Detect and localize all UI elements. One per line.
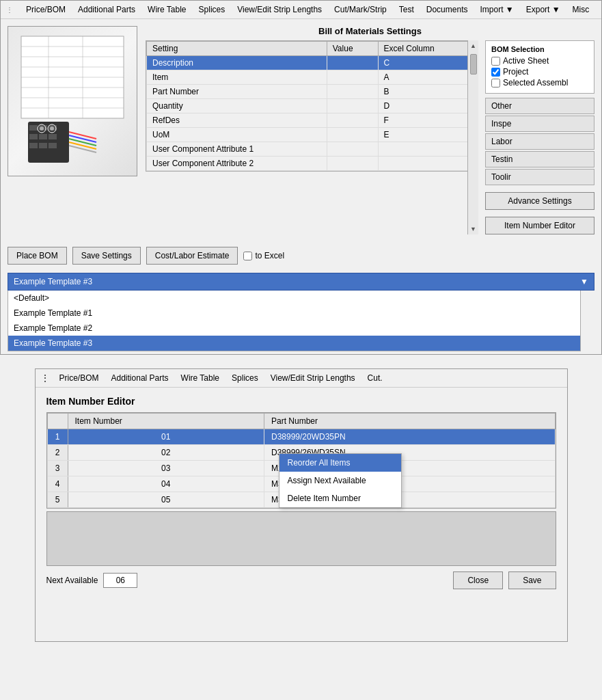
bom-title: Bill of Materials Settings	[146, 26, 594, 36]
row-index-cell: 1	[47, 429, 68, 445]
side-tab-0[interactable]: Other	[485, 98, 594, 114]
next-available-row: Next Available Close Save	[46, 566, 556, 589]
menu-test[interactable]: Test	[397, 3, 416, 16]
scroll-up-arrow[interactable]: ▲	[468, 40, 478, 51]
bom-table-wrapper: Setting Value Excel Column Description C…	[146, 40, 478, 172]
menu-view-edit[interactable]: View/Edit Strip Lengths	[235, 3, 324, 16]
bom-checkbox-label: Project	[503, 67, 528, 77]
svg-rect-19	[49, 143, 57, 148]
menu-import[interactable]: Import ▼	[478, 3, 515, 16]
next-available-input[interactable]	[103, 573, 137, 588]
scroll-down-arrow[interactable]: ▼	[468, 224, 478, 234]
svg-line-20	[69, 132, 96, 139]
bottom-action-buttons: Close Save	[453, 571, 556, 589]
context-menu: Reorder All ItemsAssign Next AvailableDe…	[279, 453, 402, 508]
bom-checkbox-label: Selected Assembl	[503, 78, 568, 88]
bom-table-row[interactable]: UoM E	[147, 128, 478, 142]
bom-table-row[interactable]: Quantity D	[147, 99, 478, 113]
bottom-menu-price-bom[interactable]: Price/BOM	[57, 372, 101, 384]
col-setting: Setting	[147, 42, 327, 56]
template-item-0[interactable]: <Default>	[8, 291, 580, 306]
close-button[interactable]: Close	[453, 571, 503, 589]
item-num-cell: 02	[68, 445, 264, 461]
bottom-menu-cut[interactable]: Cut.	[366, 372, 385, 384]
bom-checkbox-row: Project	[491, 67, 588, 77]
col-excel: Excel Column	[378, 42, 477, 56]
menu-misc[interactable]: Misc	[571, 3, 592, 16]
main-content: Bill of Materials Settings Setting Value…	[1, 19, 601, 241]
row-index-cell: 5	[47, 492, 68, 508]
template-item-1[interactable]: Example Template #1	[8, 306, 580, 321]
bom-sidebar: BOM Selection Active SheetProjectSelecte…	[485, 40, 594, 234]
menu-wire-table[interactable]: Wire Table	[146, 3, 188, 16]
menu-cut-mark[interactable]: Cut/Mark/Strip	[332, 3, 389, 16]
context-menu-item-0[interactable]: Reorder All Items	[279, 454, 401, 472]
svg-rect-14	[29, 134, 38, 139]
bottom-window: ⋮ Price/BOM Additional Parts Wire Table …	[35, 368, 568, 642]
menu-documents[interactable]: Documents	[424, 3, 470, 16]
col-row-num	[47, 414, 68, 429]
to-excel-checkbox[interactable]	[243, 252, 252, 260]
svg-line-23	[69, 142, 96, 149]
context-menu-item-2[interactable]: Delete Item Number	[279, 489, 401, 507]
bom-excel-cell: E	[378, 128, 477, 142]
svg-line-24	[69, 146, 96, 152]
bom-checkbox-2[interactable]	[491, 79, 500, 88]
bottom-menu-view-edit[interactable]: View/Edit Strip Lengths	[269, 372, 357, 384]
context-menu-item-1[interactable]: Assign Next Available	[279, 472, 401, 489]
bom-checkbox-1[interactable]	[491, 68, 500, 77]
bom-setting-cell: Description	[147, 56, 327, 70]
svg-rect-18	[39, 143, 47, 148]
bom-checkbox-0[interactable]	[491, 57, 500, 66]
bom-table-row[interactable]: RefDes F	[147, 113, 478, 128]
bom-table-row[interactable]: Part Number B	[147, 85, 478, 99]
menu-price-bom[interactable]: Price/BOM	[24, 3, 68, 16]
svg-rect-15	[39, 134, 47, 139]
bottom-menu-splices[interactable]: Splices	[230, 372, 260, 384]
bom-table-row[interactable]: Description C	[147, 56, 478, 70]
menu-export[interactable]: Export ▼	[524, 3, 562, 16]
item-num-cell: 03	[68, 461, 264, 476]
part-num-cell: D38999/20WD35PN	[264, 429, 555, 445]
bom-setting-cell: Item	[147, 70, 327, 85]
template-dropdown[interactable]: Example Template #3 ▼	[8, 273, 594, 291]
advance-settings-button[interactable]: Advance Settings	[485, 192, 594, 210]
save-settings-button[interactable]: Save Settings	[72, 247, 141, 265]
bom-table-row[interactable]: User Component Attribute 2	[147, 157, 478, 171]
selected-template-label: Example Template #3	[14, 277, 92, 286]
cost-labor-button[interactable]: Cost/Labor Estimate	[146, 247, 238, 265]
bottom-menu-wire-table[interactable]: Wire Table	[179, 372, 221, 384]
item-table-row[interactable]: 1 01 D38999/20WD35PN	[47, 429, 555, 445]
item-number-editor-button[interactable]: Item Number Editor	[485, 217, 594, 234]
bom-setting-cell: Quantity	[147, 99, 327, 113]
place-bom-button[interactable]: Place BOM	[8, 247, 67, 265]
template-item-2[interactable]: Example Template #2	[8, 321, 580, 336]
bottom-main: Item Number Editor Item Number Part Numb…	[36, 388, 567, 597]
scroll-thumb[interactable]	[470, 54, 477, 75]
bom-table-row[interactable]: User Component Attribute 1	[147, 142, 478, 157]
menu-splices[interactable]: Splices	[197, 3, 228, 16]
item-num-cell: 04	[68, 476, 264, 492]
bom-table-row[interactable]: Item A	[147, 70, 478, 85]
menu-dots: ⋮	[6, 6, 13, 14]
save-button[interactable]: Save	[508, 571, 556, 589]
excel-check-row: to Excel	[243, 251, 284, 260]
bom-value-cell	[327, 85, 378, 99]
bottom-menu-additional-parts[interactable]: Additional Parts	[109, 372, 171, 384]
bom-excel-cell: D	[378, 99, 477, 113]
col-part-num: Part Number	[264, 414, 555, 429]
side-tab-2[interactable]: Labor	[485, 133, 594, 150]
side-tab-3[interactable]: Testin	[485, 151, 594, 167]
bom-value-cell	[327, 142, 378, 157]
side-tab-1[interactable]: Inspe	[485, 116, 594, 132]
bom-checkbox-label: Active Sheet	[503, 56, 549, 66]
template-item-3[interactable]: Example Template #3	[8, 336, 580, 351]
menu-additional-parts[interactable]: Additional Parts	[76, 3, 137, 16]
template-section: Example Template #3 ▼ <Default>Example T…	[1, 270, 601, 354]
wire-preview	[8, 27, 137, 176]
table-scrollbar[interactable]: ▲ ▼	[467, 40, 478, 234]
side-tab-4[interactable]: Toolir	[485, 169, 594, 185]
col-value: Value	[327, 42, 378, 56]
bom-value-cell	[327, 157, 378, 171]
bom-excel-cell: F	[378, 113, 477, 128]
